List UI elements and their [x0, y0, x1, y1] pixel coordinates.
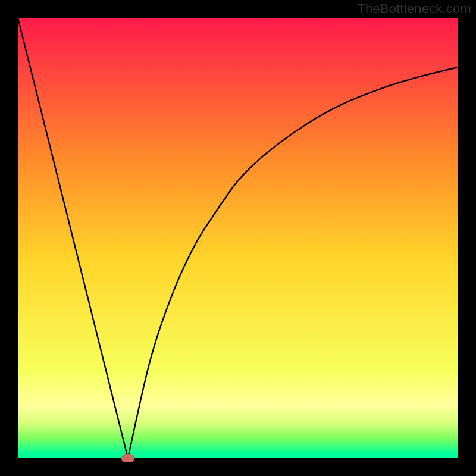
minimum-marker — [121, 454, 134, 462]
chart-container: TheBottleneck.com — [0, 0, 476, 476]
bottleneck-curve — [18, 18, 458, 458]
watermark-text: TheBottleneck.com — [357, 1, 471, 17]
plot-area — [18, 18, 458, 458]
